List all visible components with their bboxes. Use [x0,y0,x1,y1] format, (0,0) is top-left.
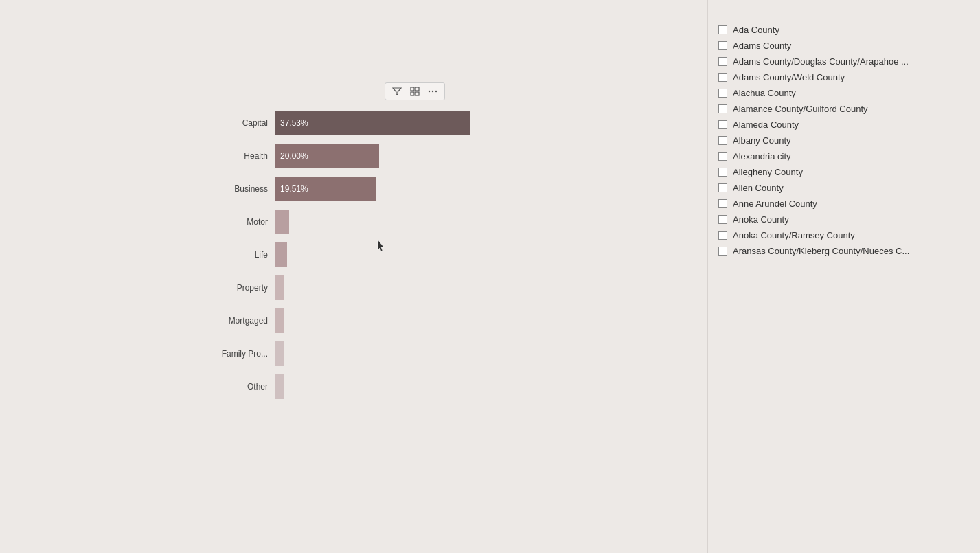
svg-point-6 [435,91,437,92]
county-checkbox[interactable] [718,89,727,98]
bar-fill [275,210,289,234]
svg-rect-0 [411,87,414,91]
bar-fill: 19.51% [275,177,376,201]
bar-fill: 20.00% [275,144,379,168]
county-checkbox[interactable] [718,152,727,161]
county-checkbox[interactable] [718,73,727,82]
county-label: Anoka County/Ramsey County [733,230,855,240]
county-label: Alachua County [733,88,796,98]
county-item[interactable]: Anoka County [718,212,970,227]
svg-point-4 [429,91,430,92]
county-item[interactable]: Alameda County [718,117,970,133]
county-label: Adams County [733,41,791,51]
svg-rect-2 [411,92,414,95]
bar-container [275,308,680,333]
bar-container [275,275,680,300]
bar-label: Other [213,382,275,392]
county-filter-panel[interactable]: Ada CountyAdams CountyAdams County/Dougl… [707,0,980,553]
county-label: Albany County [733,135,791,146]
county-label: Aransas County/Kleberg County/Nueces C..… [733,246,909,256]
bar-container: 19.51% [275,177,680,201]
county-item[interactable]: Anoka County/Ramsey County [718,227,970,243]
more-button[interactable] [424,85,441,98]
county-checkbox[interactable] [718,231,727,240]
county-list: Ada CountyAdams CountyAdams County/Dougl… [718,22,970,259]
bar-row[interactable]: Other [213,374,680,400]
bar-label: Capital [213,118,275,128]
county-label: Anne Arundel County [733,199,817,209]
county-label: Adams County/Weld County [733,72,845,82]
bar-value: 37.53% [280,118,308,128]
county-label: Adams County/Douglas County/Arapahoe ... [733,56,909,67]
county-label: Alameda County [733,120,799,130]
county-checkbox[interactable] [718,168,727,177]
county-item[interactable]: Allegheny County [718,164,970,180]
county-item[interactable]: Alamance County/Guilford County [718,101,970,117]
bar-row[interactable]: Capital37.53% [213,110,680,136]
county-item[interactable]: Anne Arundel County [718,196,970,212]
svg-rect-3 [415,92,419,95]
bar-fill: 37.53% [275,111,470,135]
bar-label: Life [213,250,275,260]
county-label: Anoka County [733,214,789,225]
county-item[interactable]: Adams County/Douglas County/Arapahoe ... [718,54,970,69]
county-item[interactable]: Allen County [718,180,970,196]
county-item[interactable]: Albany County [718,133,970,148]
svg-point-5 [432,91,433,92]
county-label: Ada County [733,25,779,35]
county-item[interactable]: Ada County [718,22,970,38]
bar-container [275,341,680,366]
bar-value: 19.51% [280,184,308,194]
bar-chart: Capital37.53%Health20.00%Business19.51%M… [213,110,680,407]
county-checkbox[interactable] [718,104,727,113]
county-checkbox[interactable] [718,215,727,224]
bar-row[interactable]: Mortgaged [213,308,680,334]
bar-row[interactable]: Health20.00% [213,143,680,169]
county-item[interactable]: Alexandria city [718,148,970,164]
county-checkbox[interactable] [718,183,727,192]
svg-rect-1 [415,87,419,91]
chart-toolbar [385,82,445,100]
county-checkbox[interactable] [718,199,727,208]
bar-label: Business [213,184,275,194]
county-item[interactable]: Alachua County [718,85,970,101]
bar-label: Property [213,283,275,293]
bar-fill [275,275,284,300]
county-label: Allen County [733,183,784,193]
bar-label: Health [213,151,275,161]
bar-fill [275,374,284,399]
county-item[interactable]: Adams County/Weld County [718,69,970,85]
county-checkbox[interactable] [718,57,727,66]
county-item[interactable]: Aransas County/Kleberg County/Nueces C..… [718,243,970,259]
bar-label: Family Pro... [213,349,275,359]
county-checkbox[interactable] [718,41,727,50]
county-label: Alamance County/Guilford County [733,104,868,114]
county-label: Allegheny County [733,167,803,177]
filter-button[interactable] [389,85,405,98]
county-label: Alexandria city [733,151,791,161]
county-checkbox[interactable] [718,25,727,34]
bar-container [275,374,680,399]
focus-button[interactable] [407,85,423,98]
bar-container [275,242,680,267]
bar-row[interactable]: Motor [213,209,680,235]
bar-row[interactable]: Family Pro... [213,341,680,367]
bar-row[interactable]: Business19.51% [213,176,680,202]
bar-fill [275,341,284,366]
bar-label: Motor [213,217,275,227]
bar-container [275,210,680,234]
bar-container: 20.00% [275,144,680,168]
bar-fill [275,242,287,267]
county-checkbox[interactable] [718,120,727,129]
bar-row[interactable]: Property [213,275,680,301]
county-checkbox[interactable] [718,247,727,256]
bar-fill [275,308,284,333]
bar-row[interactable]: Life [213,242,680,268]
county-checkbox[interactable] [718,136,727,145]
bar-container: 37.53% [275,111,680,135]
county-item[interactable]: Adams County [718,38,970,54]
bar-label: Mortgaged [213,316,275,326]
bar-value: 20.00% [280,151,308,161]
